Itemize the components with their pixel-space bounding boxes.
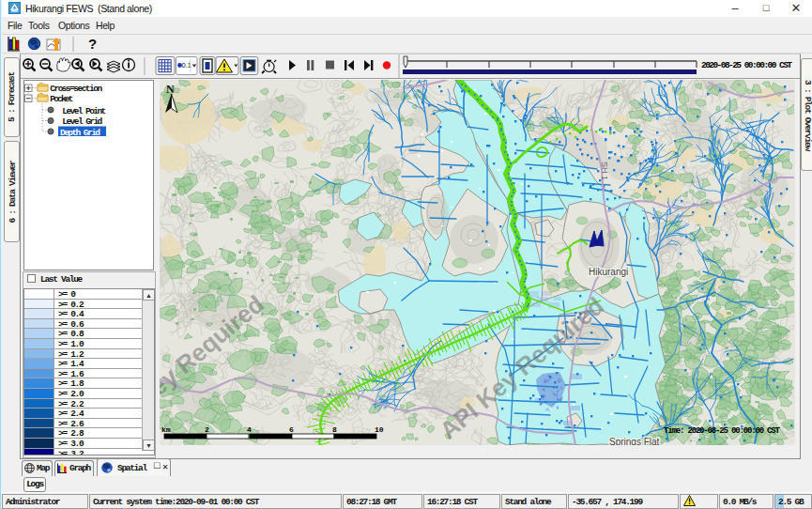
svg-text:Pocket: Pocket: [50, 94, 73, 104]
svg-text:Springs Flat: Springs Flat: [609, 437, 660, 445]
svg-text:Level Grid: Level Grid: [62, 116, 102, 127]
svg-text:Hikurangi: Hikurangi: [589, 267, 628, 277]
svg-text:Time: 2020-08-25 00:00:00 CST: Time: 2020-08-25 00:00:00 CST: [664, 426, 781, 436]
svg-text:km: km: [161, 425, 171, 434]
svg-text:SH 1: SH 1: [600, 162, 609, 180]
svg-text:10: 10: [375, 425, 384, 434]
svg-text:4: 4: [247, 425, 252, 434]
svg-text:8: 8: [332, 425, 337, 434]
svg-text:?: ?: [88, 36, 97, 52]
svg-text:0.1: 0.1: [182, 61, 192, 69]
svg-text:2020-08-25 00:00:00 CST: 2020-08-25 00:00:00 CST: [701, 60, 792, 70]
svg-text:N: N: [166, 83, 175, 96]
svg-text:6: 6: [289, 425, 294, 434]
svg-text:Level Point: Level Point: [62, 106, 106, 116]
svg-text:Depth Grid: Depth Grid: [60, 128, 100, 138]
svg-text:Cross=section: Cross=section: [50, 84, 102, 94]
svg-text:2: 2: [205, 425, 209, 434]
